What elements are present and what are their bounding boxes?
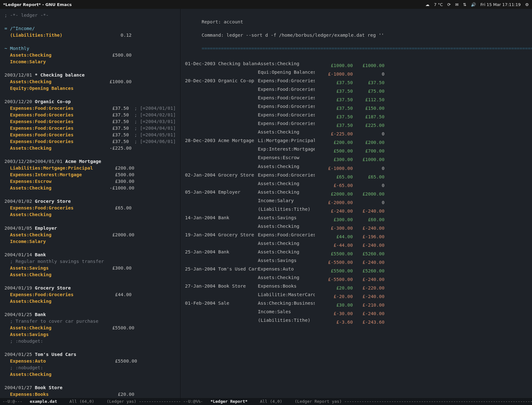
report-title: Report: account: [202, 19, 243, 24]
ledger-line: ~ Monthly: [4, 45, 176, 52]
ledger-line: Assets:Checking: [4, 371, 176, 378]
ledger-line: Income:Salary: [4, 238, 176, 245]
report-row: Expens:Food:Groceries£37.50£187.50: [185, 112, 532, 120]
ledger-line: 2004/01/19 Grocery Store: [4, 285, 176, 291]
report-row: (Liabilities:Tithe)£-240.00£-240.00: [185, 206, 532, 215]
ledger-line: ; :nobudget:: [4, 338, 176, 345]
ledger-line: Expenses:Food:Groceries £37.50 ; [=2004/…: [4, 125, 176, 132]
ledger-line: Expenses:Food:Groceries £44.00: [4, 291, 176, 298]
ledger-line: 2004/01/05 Employer: [4, 225, 176, 232]
right-window[interactable]: Report: account Command: ledger --sort d…: [180, 9, 532, 405]
report-row: Expens:Food:Groceries£37.50£112.50: [185, 95, 532, 103]
ledger-line: Expenses:Food:Groceries £37.50 ; [=2004/…: [4, 138, 176, 145]
weather-text: 7 °C: [434, 2, 443, 7]
report-row: Assets:Checking£-5500.00£-240.00: [185, 274, 532, 283]
report-row: Assets:Checking£-300.00£-240.00: [185, 223, 532, 232]
report-row: 02-Jan-2004 Grocery StoreExpens:Food:Gro…: [185, 172, 532, 180]
ledger-line: = /^Income/: [4, 25, 176, 32]
gear-icon[interactable]: ⚙: [525, 2, 529, 7]
ledger-buffer[interactable]: ; -*- ledger -*- = /^Income/ (Liabilitie…: [4, 12, 176, 405]
modeline-left: --U:@--- example.dat All (64,0) (Ledger …: [0, 398, 180, 405]
report-row: Expens:Food:Groceries£37.50£75.00: [185, 86, 532, 95]
report-row: Assets:Checking£-225.000: [185, 129, 532, 137]
clock-text: Fri 15 Mar 17:11:19: [480, 2, 521, 7]
report-row: 01-Dec-2003 Checking balanceAssets:Check…: [185, 60, 532, 69]
ledger-line: Liabilities:Mortgage:Principal £200.00: [4, 165, 176, 171]
ledger-line: ; :nobudget:: [4, 364, 176, 371]
ledger-line: Expenses:Books £20.00: [4, 391, 176, 398]
ledger-line: Assets:Checking: [4, 211, 176, 218]
report-row: Exp:Interest:Mortgage£500.00£700.00: [185, 146, 532, 154]
ledger-line: [4, 152, 176, 158]
mail-icon[interactable]: ✉: [455, 2, 459, 7]
top-menubar: *Ledger Report* - GNU Emacs ☁ 7 °C ⟳ ✉ ⇅…: [0, 0, 532, 9]
modeline-right: --U:@%%- *Ledger Report* All (4,0) (Ledg…: [180, 398, 532, 405]
report-row: Equi:Opening Balances£-1000.000: [185, 69, 532, 78]
refresh-icon[interactable]: ⟳: [447, 2, 451, 7]
ledger-line: ; -*- ledger -*-: [4, 12, 176, 19]
report-row: Assets:Checking£-65.000: [185, 180, 532, 189]
report-row: Expenses:Escrow£300.00£1000.00: [185, 154, 532, 163]
modeline-modes: (Ledger Report yas): [295, 399, 342, 404]
ledger-line: 2003/12/01 * Checking balance: [4, 72, 176, 78]
ledger-line: [4, 245, 176, 252]
ledger-line: Assets:Checking: [4, 298, 176, 305]
ledger-line: Assets:Checking -£225.00: [4, 145, 176, 152]
report-row: 19-Jan-2004 Grocery StoreExpens:Food:Gro…: [185, 232, 532, 240]
ledger-line: [4, 218, 176, 225]
report-row: 01-Feb-2004 SaleAss:Checking:Business£30…: [185, 300, 532, 308]
ledger-line: Assets:Checking £1000.00: [4, 78, 176, 85]
modeline-buffer-name: example.dat: [30, 399, 57, 404]
ledger-line: Expenses:Escrow £300.00: [4, 178, 176, 185]
report-row: Expens:Food:Groceries£37.50£225.00: [185, 120, 532, 129]
ledger-line: [4, 92, 176, 98]
report-row: 25-Jan-2004 BankAssets:Checking£5500.00£…: [185, 249, 532, 257]
ledger-line: [4, 19, 176, 25]
ledger-line: [4, 278, 176, 285]
report-row: Liabilitie:MasterCard£-20.00£-240.00: [185, 291, 532, 300]
network-icon[interactable]: ⇅: [463, 2, 466, 7]
ledger-line: 2004/01/25 Bank: [4, 311, 176, 318]
ledger-line: [4, 378, 176, 384]
volume-icon[interactable]: 🔊: [471, 2, 476, 7]
ledger-line: Expenses:Food:Groceries £37.50 ; [=2004/…: [4, 112, 176, 118]
report-row: 05-Jan-2004 EmployerAssets:Checking£2000…: [185, 189, 532, 197]
ledger-line: [4, 191, 176, 198]
ledger-line: Assets:Savings: [4, 331, 176, 338]
ledger-line: Expenses:Food:Groceries £37.50 ; [=2004/…: [4, 132, 176, 138]
ledger-line: [4, 39, 176, 45]
report-buffer[interactable]: Report: account Command: ledger --sort d…: [185, 12, 532, 348]
ledger-line: Assets:Checking: [4, 271, 176, 278]
ledger-line: [4, 305, 176, 311]
modeline-modes: (Ledger yas): [107, 399, 136, 404]
ledger-line: Expenses:Food:Groceries £37.50 ; [=2004/…: [4, 105, 176, 112]
ledger-line: 2003/12/28=2004/01/01 Acme Mortgage: [4, 158, 176, 165]
ledger-line: Expenses:Food:Groceries £37.50 ; [=2004/…: [4, 118, 176, 125]
report-body: 01-Dec-2003 Checking balanceAssets:Check…: [185, 60, 532, 326]
modeline-flags: --U:@---: [3, 399, 22, 404]
ledger-line: Assets:Checking £5500.00: [4, 325, 176, 331]
emacs-frame: ; -*- ledger -*- = /^Income/ (Liabilitie…: [0, 9, 532, 405]
ledger-line: 2004/01/02 Grocery Store: [4, 198, 176, 205]
report-command: Command: ledger --sort d -f /home/borbus…: [202, 33, 384, 38]
ledger-line: Assets:Savings £300.00: [4, 265, 176, 271]
ledger-line: Assets:Checking £2000.00: [4, 232, 176, 238]
modeline-fill: [139, 399, 180, 404]
ledger-line: (Liabilities:Tithe) 0.12: [4, 32, 176, 39]
ledger-line: Income:Salary: [4, 59, 176, 65]
left-window[interactable]: ; -*- ledger -*- = /^Income/ (Liabilitie…: [0, 9, 180, 405]
ledger-line: 2004/01/25 Tom's Used Cars: [4, 351, 176, 358]
ledger-line: Expenses:Auto £5500.00: [4, 358, 176, 364]
window-title: *Ledger Report* - GNU Emacs: [3, 2, 72, 7]
ledger-line: Assets:Checking £500.00: [4, 52, 176, 59]
report-row: 20-Dec-2003 Organic Co-opExpens:Food:Gro…: [185, 78, 532, 86]
report-row: (Liabilities:Tithe)£-3.60£-243.60: [185, 317, 532, 326]
report-row: 28-Dec-2003 Acme MortgageLi:Mortgage:Pri…: [185, 137, 532, 146]
report-row: Assets:Savings£-5500.00£-240.00: [185, 257, 532, 266]
modeline-fill: [344, 399, 532, 404]
ledger-line: ; Regular monthly savings transfer: [4, 258, 176, 265]
modeline-position: All (4,0): [260, 399, 282, 404]
system-tray: ☁ 7 °C ⟳ ✉ ⇅ 🔊 Fri 15 Mar 17:11:19 ⚙: [425, 2, 529, 7]
ledger-line: Assets:Checking -£1000.00: [4, 185, 176, 191]
report-row: Expens:Food:Groceries£37.50£150.00: [185, 103, 532, 112]
